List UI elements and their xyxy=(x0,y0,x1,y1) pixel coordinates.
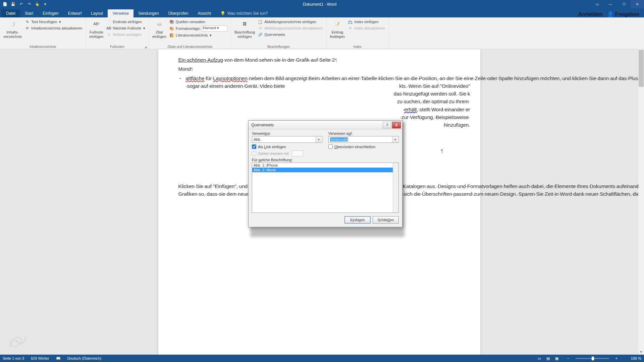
captions-group-label: Beschriftungen xyxy=(233,44,324,49)
dialog-title: Querverweis xyxy=(251,123,274,127)
aslink-checkbox[interactable]: Als Link einfügen xyxy=(252,144,322,149)
vertical-scrollbar[interactable]: ▲ ▼ xyxy=(638,49,644,355)
crossref-dialog: Querverweis ? X Verweistyp: Abb. Als Lin… xyxy=(248,120,402,227)
update-tof-button: ⟳Abbildungsverzeichnis aktualisieren xyxy=(256,25,324,31)
crossref-button[interactable]: 🔗Querverweis xyxy=(256,32,324,38)
reftype-select[interactable]: Abb. xyxy=(252,136,322,143)
view-print-icon[interactable]: ▤ xyxy=(544,355,552,361)
tab-tellme[interactable]: 💡 Was möchten Sie tun? xyxy=(216,9,272,17)
ribbon-mode-icon[interactable]: ▭ xyxy=(590,0,604,8)
forwhich-label: Für welche Beschriftung: xyxy=(252,158,399,162)
next-footnote-icon: AB xyxy=(106,25,112,31)
zoom-level[interactable]: 100 % xyxy=(625,356,641,360)
tab-start[interactable]: Start xyxy=(20,9,38,17)
reftype-label: Verweistyp: xyxy=(252,131,322,135)
separate-numbers-checkbox: Zahlen trennen mit xyxy=(252,150,322,157)
caption-icon: 🖼 xyxy=(239,19,250,29)
minimize-button[interactable]: — xyxy=(604,0,617,8)
insertref-select[interactable]: Seitenzahl xyxy=(328,136,399,143)
qat-redo[interactable]: ↷ xyxy=(25,1,33,8)
abovebelow-checkbox[interactable]: Oben/unten einschließen xyxy=(328,144,399,149)
toc-group-label: Inhaltsverzeichnis xyxy=(2,44,84,49)
footnotes-group-label: Fußnoten◢ xyxy=(88,44,147,49)
abovebelow-check-input[interactable] xyxy=(328,144,333,149)
index-group-label: Index xyxy=(329,44,386,49)
zoom-out-button[interactable]: − xyxy=(564,355,572,361)
view-web-icon[interactable]: ▦ xyxy=(553,355,561,361)
view-read-icon[interactable]: ▭ xyxy=(535,355,543,361)
add-text-icon: ✎ xyxy=(24,19,30,24)
add-text-button[interactable]: ✎Text hinzufügen▾ xyxy=(23,19,84,25)
style-icon: 🎨 xyxy=(169,26,174,31)
status-proof-icon[interactable]: 📖 xyxy=(56,356,61,361)
zoom-thumb[interactable] xyxy=(592,357,594,360)
share-icon: 👤 xyxy=(607,11,614,17)
qat-customize[interactable]: ▾ xyxy=(42,1,49,8)
toc-button[interactable]: 📑 Inhalts- verzeichnis xyxy=(2,18,23,40)
status-page[interactable]: Seite 1 von 3 xyxy=(3,356,24,360)
insertref-label: Verweisen auf: xyxy=(328,131,399,135)
update-index-button: ⟳Index aktualisieren xyxy=(346,25,386,31)
tab-file[interactable]: Datei xyxy=(1,9,20,17)
insert-citation-button[interactable]: 📖 Zitat einfügen xyxy=(151,18,168,40)
tab-references[interactable]: Verweise xyxy=(108,9,133,17)
tab-layout[interactable]: Layout xyxy=(86,9,108,17)
list-item-2[interactable]: Abb. 2: Mond xyxy=(252,168,398,172)
svg-point-0 xyxy=(9,336,23,348)
zoom-in-button[interactable]: + xyxy=(612,355,621,361)
scroll-down-icon[interactable]: ▼ xyxy=(638,349,644,355)
separator-input xyxy=(292,150,303,157)
footnote-button[interactable]: AB¹ Fußnote einfügen xyxy=(88,18,105,40)
maximize-button[interactable]: ☐ xyxy=(617,0,631,8)
qat-undo[interactable]: ↶ xyxy=(17,1,25,8)
tab-view[interactable]: Ansicht xyxy=(193,9,216,17)
footnotes-launcher[interactable]: ◢ xyxy=(145,46,147,49)
paragraph-1: Ein·schönen·Aufzug·von·dem·Mond·sehen·si… xyxy=(178,56,460,64)
show-notes-icon: ≡ xyxy=(106,32,112,37)
caption-listbox[interactable]: Abb. 1: iPhone Abb. 2: Mond xyxy=(252,163,399,213)
mark-entry-icon: 📝 xyxy=(332,19,343,29)
status-language[interactable]: Deutsch (Österreich) xyxy=(67,356,101,360)
close-dialog-button[interactable]: Schließen xyxy=(373,216,399,224)
separate-numbers-input xyxy=(252,152,256,156)
watermark-icon xyxy=(6,332,30,352)
update-tof-icon: ⟳ xyxy=(258,25,263,31)
endnote-button[interactable]: 📄Endnote einfügen xyxy=(105,19,147,25)
tab-design[interactable]: Entwurf xyxy=(63,9,87,17)
aslink-check-input[interactable] xyxy=(252,144,256,149)
insert-button[interactable]: Einfügen xyxy=(344,216,371,224)
lightbulb-icon: 💡 xyxy=(220,11,225,16)
close-button[interactable]: ✕ xyxy=(631,0,644,8)
tab-review[interactable]: Überprüfen xyxy=(164,9,193,17)
manage-sources-button[interactable]: 📚Quellen verwalten xyxy=(168,19,229,25)
list-item-1[interactable]: Abb. 1: iPhone xyxy=(252,163,398,168)
insert-tof-button[interactable]: 📋Abbildungsverzeichnis einfügen xyxy=(256,19,324,25)
update-icon: ⟳ xyxy=(24,25,30,31)
insert-index-button[interactable]: 📇Index einfügen xyxy=(346,19,386,25)
crossref-icon: 🔗 xyxy=(258,32,263,37)
dialog-close-button[interactable]: X xyxy=(392,122,401,128)
insert-caption-button[interactable]: 🖼 Beschriftung einfügen xyxy=(233,18,256,40)
signin-link[interactable]: Anmelden xyxy=(578,11,602,17)
scroll-thumb[interactable] xyxy=(639,50,644,87)
word-icon: 📄 xyxy=(1,1,9,8)
qat-save[interactable]: 💾 xyxy=(9,1,17,8)
tab-insert[interactable]: Einfügen xyxy=(38,9,63,17)
qat-touch[interactable]: 👆 xyxy=(34,1,41,8)
bibliography-button[interactable]: 📙Literaturverzeichnis▾ xyxy=(168,32,229,38)
window-title: Dokument1 - Word xyxy=(49,2,590,7)
toc-icon: 📑 xyxy=(7,19,18,29)
biblio-icon: 📙 xyxy=(169,33,174,38)
mark-entry-button[interactable]: 📝 Eintrag festlegen xyxy=(329,18,346,40)
update-toc-button[interactable]: ⟳Inhaltsverzeichnis aktualisieren xyxy=(23,25,84,31)
next-footnote-button[interactable]: ABNächste Fußnote▾ xyxy=(105,25,147,31)
footnote-icon: AB¹ xyxy=(91,19,102,29)
tab-mailings[interactable]: Sendungen xyxy=(133,9,163,17)
zoom-slider[interactable] xyxy=(576,358,609,359)
style-dropdown[interactable]: 🎨 Formatvorlage: Harvard ▾ xyxy=(168,25,229,32)
dialog-help-button[interactable]: ? xyxy=(383,122,391,128)
status-words[interactable]: 629 Wörter xyxy=(31,356,49,360)
share-button[interactable]: 👤 Freigeben xyxy=(607,11,639,17)
citation-icon: 📖 xyxy=(154,19,165,29)
citations-group-label: Zitate und Literaturverzeichnis xyxy=(151,44,229,49)
